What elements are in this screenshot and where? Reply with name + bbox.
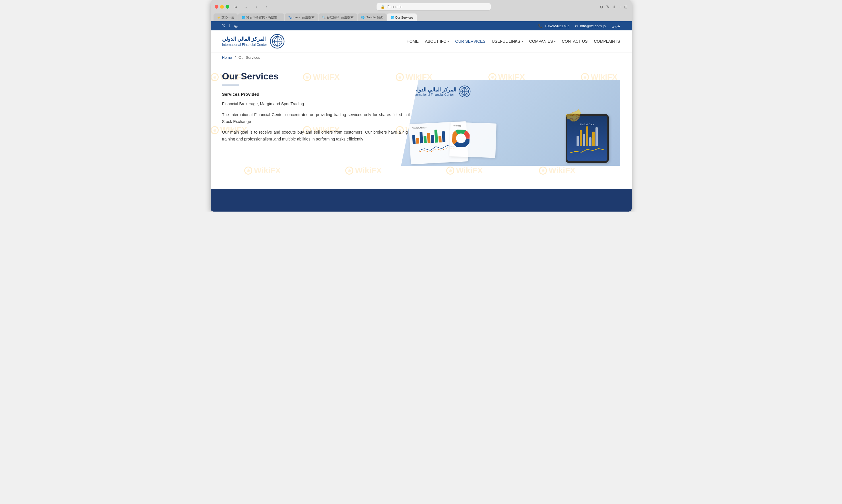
page-title: Our Services	[222, 71, 429, 82]
overlay-arabic: المركز المالي الدولي	[413, 87, 456, 93]
tab-label-our-services: Our Services	[395, 16, 414, 19]
tab-caiyun[interactable]: 🌐 彩云小译官网 - 高效准确的翻译...	[238, 14, 284, 21]
pie-chart	[452, 130, 470, 147]
tab-label-wxy: 文心一言	[222, 15, 234, 19]
logo-icon	[270, 34, 285, 49]
phone-number: +96265621786	[545, 24, 569, 28]
language-toggle[interactable]: عربي	[612, 24, 620, 28]
tab-label-mass: mass_百度搜索	[293, 15, 314, 19]
breadcrumb-separator: /	[235, 55, 236, 60]
t-bar-5	[589, 137, 591, 146]
url-text[interactable]: ifc.com.jo	[386, 5, 402, 9]
pie-label: Portfolio	[452, 124, 494, 128]
minimize-button[interactable]	[220, 5, 224, 8]
content-wrapper: Our Services Services Provided: Financia…	[222, 71, 620, 147]
t-bar-7	[596, 127, 598, 146]
overlay-logo-texts: المركز المالي الدولي International Finan…	[413, 87, 456, 96]
chart-papers-area: Stock Analysis	[404, 111, 617, 163]
bar-9	[442, 131, 445, 142]
nav-companies[interactable]: COMPANIES ▾	[529, 39, 555, 43]
service-image: المركز المالي الدولي International Finan…	[401, 80, 620, 166]
back-button[interactable]: ‹	[253, 4, 260, 10]
tab-icon-our-services: 🌐	[391, 16, 394, 19]
logo-area: المركز المالي الدولي International Finan…	[222, 34, 285, 49]
nav-home[interactable]: HOME	[407, 39, 419, 43]
bar-7	[434, 130, 437, 143]
maximize-button[interactable]	[226, 5, 229, 8]
tab-google-translate-baidu[interactable]: 🔍 谷歌翻译_百度搜索	[319, 14, 357, 21]
tab-view-button[interactable]: ⊡	[232, 4, 240, 10]
footer	[211, 188, 632, 212]
share-icon[interactable]: ⬆	[613, 5, 616, 9]
title-underline	[222, 85, 239, 86]
bar-5	[427, 133, 430, 143]
security-icon: 🔒	[380, 5, 385, 9]
tab-label-google-translate: Google 翻訳	[366, 15, 383, 19]
bar-2	[416, 138, 419, 144]
instagram-icon[interactable]: ◎	[234, 23, 238, 28]
image-background: المركز المالي الدولي International Finan…	[401, 80, 620, 166]
topbar: 𝕏 f ◎ 📞 +96265621786 ✉ info@ifc.com.jo ع…	[211, 21, 632, 30]
paragraph1: The International Financial Center conce…	[222, 111, 429, 125]
nav-complaints[interactable]: COMPLAINTS	[594, 39, 620, 43]
t-bar-3	[583, 134, 585, 146]
email-address: info@ifc.com.jo	[580, 24, 605, 28]
phone-icon: 📞	[538, 24, 543, 28]
window-controls	[214, 5, 229, 8]
bar-8	[438, 136, 441, 142]
reader-icon[interactable]: ⊙	[600, 5, 603, 9]
tab-icon-caiyun: 🌐	[242, 16, 245, 19]
t-bar-1	[577, 136, 579, 146]
close-button[interactable]	[214, 5, 218, 8]
breadcrumb-home[interactable]: Home	[222, 55, 232, 60]
tab-icon-google-translate: 🌐	[361, 16, 364, 19]
t-bar-4	[586, 126, 588, 146]
t-bar-2	[580, 130, 582, 146]
nav-useful-links[interactable]: USEFUL LINKS ▾	[492, 39, 523, 43]
address-bar[interactable]: 🔒 ifc.com.jo	[376, 3, 491, 11]
content-left: Our Services Services Provided: Financia…	[222, 71, 429, 147]
tab-wxy[interactable]: ⚡ 文心一言	[213, 14, 238, 21]
window-chevron[interactable]: ⌄	[242, 4, 250, 10]
tab-icon-mass: 🐾	[288, 16, 292, 19]
chevron-down-icon-companies: ▾	[554, 40, 555, 43]
browser-tab-bar: ⚡ 文心一言 🌐 彩云小译官网 - 高效准确的翻译... 🐾 mass_百度搜索…	[211, 14, 632, 21]
twitter-icon[interactable]: 𝕏	[222, 23, 225, 28]
tab-icon-wxy: ⚡	[217, 16, 220, 19]
refresh-icon[interactable]: ↻	[606, 5, 609, 9]
email-item[interactable]: ✉ info@ifc.com.jo	[575, 24, 605, 28]
browser-titlebar: ⊡ ⌄ ‹ › 🔒 ifc.com.jo ⊙ ↻ ⬆ + ⊟	[211, 0, 632, 14]
nav-contact[interactable]: CONTACT US	[562, 39, 588, 43]
website-content: 𝕏 f ◎ 📞 +96265621786 ✉ info@ifc.com.jo ع…	[211, 21, 632, 212]
breadcrumb-current: Our Services	[239, 55, 260, 60]
breadcrumb: Home / Our Services	[211, 52, 632, 62]
tab-mass[interactable]: 🐾 mass_百度搜索	[285, 14, 318, 21]
main-navigation: المركز المالي الدولي International Finan…	[211, 30, 632, 52]
email-icon: ✉	[575, 24, 578, 28]
t-bar-6	[592, 131, 595, 146]
new-tab-icon[interactable]: +	[619, 5, 621, 9]
content-right: المركز المالي الدولي International Finan…	[401, 80, 620, 166]
chevron-down-icon: ▾	[447, 40, 449, 43]
nav-menu: HOME ABOUT IFC ▾ OUR SERVICES USEFUL LIN…	[407, 39, 620, 43]
watermark-13: ◉WikiFX	[446, 166, 483, 175]
image-logo-overlay: المركز المالي الدولي International Finan…	[413, 86, 471, 97]
tab-our-services[interactable]: 🌐 Our Services	[387, 14, 417, 21]
social-links: 𝕏 f ◎	[222, 23, 238, 28]
logo-english: International Financial Center	[222, 43, 267, 47]
nav-about[interactable]: ABOUT IFC ▾	[425, 39, 449, 43]
forward-button[interactable]: ›	[263, 4, 271, 10]
tab-label-caiyun: 彩云小译官网 - 高效准确的翻译...	[246, 15, 281, 19]
main-content: ◉WikiFX ◉WikiFX ◉WikiFX ◉WikiFX ◉WikiFX …	[211, 62, 632, 188]
bar-6	[431, 135, 434, 143]
nav-our-services[interactable]: OUR SERVICES	[455, 39, 485, 43]
overlay-logo-icon	[459, 86, 471, 97]
facebook-icon[interactable]: f	[229, 23, 230, 28]
phone-item[interactable]: 📞 +96265621786	[538, 24, 569, 28]
contact-info: 📞 +96265621786 ✉ info@ifc.com.jo عربي	[538, 24, 620, 28]
tab-google-translate[interactable]: 🌐 Google 翻訳	[358, 14, 386, 21]
browser-window: ⊡ ⌄ ‹ › 🔒 ifc.com.jo ⊙ ↻ ⬆ + ⊟ ⚡ 文心一言 🌐 …	[211, 0, 632, 212]
watermark-11: ◉WikiFX	[244, 166, 281, 175]
sidebar-icon[interactable]: ⊟	[624, 5, 628, 9]
bar-3	[419, 132, 423, 143]
